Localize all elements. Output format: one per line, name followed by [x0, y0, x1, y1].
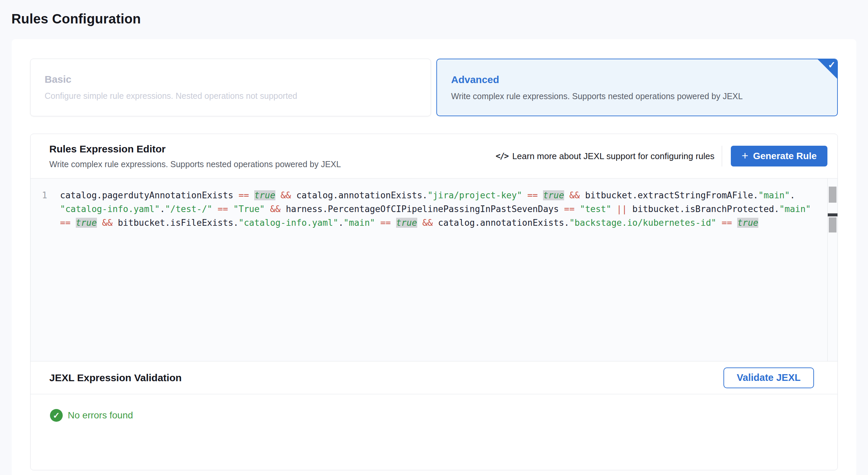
scrollbar-thumb[interactable] — [829, 217, 836, 233]
validate-jexl-button[interactable]: Validate JEXL — [723, 368, 814, 388]
generate-rule-label: Generate Rule — [753, 151, 817, 162]
content-panel: Basic Configure simple rule expressions.… — [12, 39, 856, 475]
basic-card-description: Configure simple rule expressions. Neste… — [44, 91, 416, 101]
plus-icon: + — [742, 149, 748, 162]
editor-scrollbar[interactable] — [828, 178, 837, 361]
scrollbar-thumb[interactable] — [829, 186, 836, 203]
advanced-card-description: Write complex rule expressions. Supports… — [451, 92, 823, 101]
basic-card-title: Basic — [44, 74, 416, 85]
success-check-icon: ✓ — [50, 409, 63, 422]
validation-header-row: JEXL Expression Validation Validate JEXL — [31, 362, 837, 394]
check-icon: ✓ — [828, 60, 835, 70]
advanced-mode-card[interactable]: ✓ Advanced Write complex rule expression… — [436, 59, 838, 116]
validation-result-message: No errors found — [68, 410, 133, 421]
editor-titles: Rules Expression Editor Write complex ru… — [49, 143, 341, 169]
editor-header: Rules Expression Editor Write complex ru… — [31, 134, 837, 178]
rules-expression-editor-card: Rules Expression Editor Write complex ru… — [30, 134, 838, 470]
editor-title: Rules Expression Editor — [49, 143, 341, 155]
jexl-docs-link-label: Learn more about JEXL support for config… — [512, 151, 714, 162]
generate-rule-button[interactable]: + Generate Rule — [731, 146, 828, 167]
basic-mode-card[interactable]: Basic Configure simple rule expressions.… — [30, 59, 431, 116]
scrollbar-marker — [828, 213, 837, 216]
advanced-card-title: Advanced — [451, 74, 823, 86]
editor-header-actions: </> Learn more about JEXL support for co… — [496, 146, 828, 167]
jexl-docs-link[interactable]: </> Learn more about JEXL support for co… — [496, 151, 715, 162]
code-editor[interactable]: 1 catalog.pagerdutyAnnotationExists == t… — [31, 178, 837, 362]
selected-corner-badge: ✓ — [818, 59, 837, 79]
header-divider — [722, 146, 722, 167]
mode-selector: Basic Configure simple rule expressions.… — [30, 59, 838, 116]
line-number: 1 — [31, 178, 52, 361]
code-brackets-icon: </> — [496, 151, 508, 161]
code-content[interactable]: catalog.pagerdutyAnnotationExists == tru… — [52, 178, 828, 361]
page-title: Rules Configuration — [11, 11, 868, 27]
validation-result-row: ✓ No errors found — [31, 394, 837, 422]
editor-subtitle: Write complex rule expressions. Supports… — [49, 160, 341, 169]
validation-title: JEXL Expression Validation — [49, 372, 182, 383]
